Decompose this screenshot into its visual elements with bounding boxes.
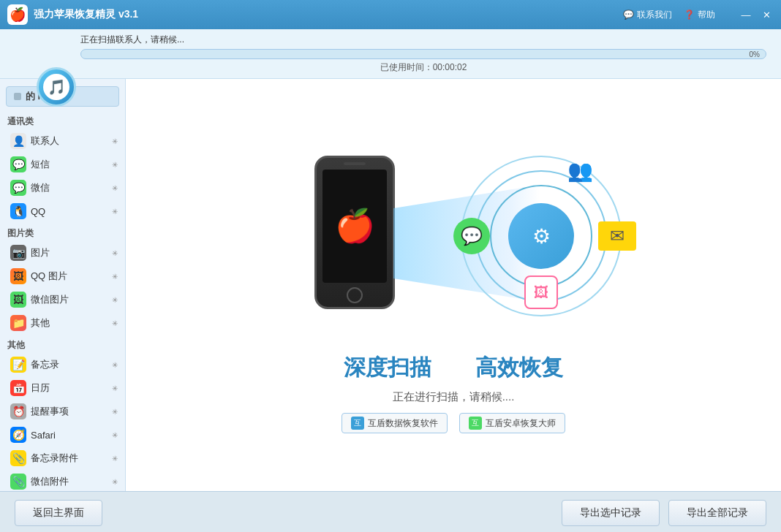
help-button[interactable]: ❓ 帮助 xyxy=(684,9,715,21)
circle-center-icon: ⚙ xyxy=(532,224,551,248)
sidebar-item-label: QQ xyxy=(31,206,107,217)
scan-status-text: 正在扫描联系人，请稍候... xyxy=(80,34,766,46)
sidebar-item-spin: ✳ xyxy=(112,137,118,145)
sidebar-item[interactable]: 👤联系人✳ xyxy=(0,129,125,153)
link1-label: 互盾数据恢复软件 xyxy=(368,417,438,430)
sidebar-item-spin: ✳ xyxy=(112,249,118,257)
sidebar-item-icon: 📎 xyxy=(10,474,26,490)
deep-scan-label: 深度扫描 xyxy=(344,353,431,383)
sidebar-item-label: 其他 xyxy=(31,316,107,330)
sidebar-item[interactable]: 💬微信✳ xyxy=(0,176,125,200)
help-icon: ❓ xyxy=(684,10,695,20)
sidebar-item[interactable]: 🧭Safari✳ xyxy=(0,423,125,446)
window-controls: — ✕ xyxy=(739,7,774,22)
logo-circle: 🎵 xyxy=(37,67,76,107)
sidebar-item-spin: ✳ xyxy=(112,455,118,463)
sidebar-item-icon: 📅 xyxy=(10,380,26,396)
contact-us-label: 联系我们 xyxy=(637,9,672,21)
sidebar-category: 图片类 xyxy=(0,223,125,241)
export-all-button[interactable]: 导出全部记录 xyxy=(668,500,766,526)
sidebar-item-icon: 📎 xyxy=(10,450,26,466)
sidebar-item-spin: ✳ xyxy=(112,384,118,392)
sidebar-item-spin: ✳ xyxy=(112,478,118,486)
sidebar-item[interactable]: 🐧QQ✳ xyxy=(0,200,125,223)
sidebar-item-spin: ✳ xyxy=(112,431,118,439)
wechat-float-icon: 💬 xyxy=(453,218,490,254)
close-button[interactable]: ✕ xyxy=(759,7,774,22)
sidebar-item[interactable]: 💬短信✳ xyxy=(0,153,125,176)
sidebar-item[interactable]: 📷图片✳ xyxy=(0,241,125,265)
sidebar-item-label: 微信附件 xyxy=(31,475,107,488)
title-actions: 💬 联系我们 ❓ 帮助 — ✕ xyxy=(623,7,774,22)
sidebar-item-icon: 👤 xyxy=(10,133,26,149)
mail-float-icon: ✉ xyxy=(598,221,636,251)
bottom-links: 互 互盾数据恢复软件 互 互盾安卓恢复大师 xyxy=(342,413,565,433)
export-selected-button[interactable]: 导出选中记录 xyxy=(562,500,660,526)
sidebar-item[interactable]: 📎备忘录附件✳ xyxy=(0,446,125,470)
title-bar: 🍎 强力苹果恢复精灵 v3.1 💬 联系我们 ❓ 帮助 — ✕ xyxy=(0,0,781,29)
sidebar-item-icon: 📁 xyxy=(10,315,26,331)
sidebar-item[interactable]: 📎微信附件✳ xyxy=(0,470,125,491)
sidebar-item[interactable]: 🖼微信图片✳ xyxy=(0,288,125,311)
sidebar-item-spin: ✳ xyxy=(112,408,118,416)
scanning-status: 正在进行扫描，请稍候.... xyxy=(393,390,515,404)
progress-percent: 0% xyxy=(750,50,760,59)
phone-screen: 🍎 xyxy=(322,170,387,283)
sidebar-item-icon: ⏰ xyxy=(10,403,26,419)
sidebar-category: 通讯类 xyxy=(0,111,125,129)
minimize-button[interactable]: — xyxy=(739,7,753,22)
link2-button[interactable]: 互 互盾安卓恢复大师 xyxy=(459,413,565,433)
sidebar-item-spin: ✳ xyxy=(112,161,118,169)
phone-home-button xyxy=(347,287,363,303)
sidebar-item[interactable]: 📅日历✳ xyxy=(0,376,125,400)
sidebar-item-icon: 🖼 xyxy=(10,268,26,284)
sidebar-item-spin: ✳ xyxy=(112,184,118,192)
logo-inner: 🎵 xyxy=(43,74,69,100)
help-label: 帮助 xyxy=(698,9,715,21)
sidebar-item-icon: 📷 xyxy=(10,245,26,261)
sidebar-item-label: 图片 xyxy=(31,246,107,259)
device-dot xyxy=(14,93,21,100)
efficient-recover-label: 高效恢复 xyxy=(475,353,563,383)
photo-float-icon: 🖼 xyxy=(524,276,558,309)
sidebar-item-spin: ✳ xyxy=(112,273,118,281)
apple-logo: 🍎 xyxy=(335,207,375,245)
link2-label: 互盾安卓恢复大师 xyxy=(486,417,556,430)
phone-shape: 🍎 xyxy=(314,156,395,309)
sidebar-item-spin: ✳ xyxy=(112,319,118,327)
sidebar-item-label: 日历 xyxy=(31,381,107,395)
sidebar-item-label: 备忘录附件 xyxy=(31,452,107,465)
sidebar-item-icon: 🖼 xyxy=(10,292,26,308)
illustration-graphic: 🍎 ⚙ 👥 💬 xyxy=(263,141,644,346)
sidebar-category: 其他 xyxy=(0,335,125,353)
chat-icon: 💬 xyxy=(623,10,634,20)
circle-center: ⚙ xyxy=(508,203,574,269)
sidebar-item-label: Safari xyxy=(31,430,107,441)
progress-bar: 0% xyxy=(80,49,766,59)
main-content: 🍎 ⚙ 👥 💬 xyxy=(126,79,781,491)
sidebar-item[interactable]: 🖼QQ 图片✳ xyxy=(0,265,125,288)
sidebar-item-spin: ✳ xyxy=(112,296,118,304)
scan-title-row: 深度扫描 高效恢复 xyxy=(344,353,563,383)
sidebar-item-icon: 🧭 xyxy=(10,427,26,443)
sidebar-item-icon: 💬 xyxy=(10,180,26,196)
time-used: 已使用时间：00:00:02 xyxy=(80,61,766,74)
sidebar-item-label: 提醒事项 xyxy=(31,405,107,418)
sidebar-item-label: 微信图片 xyxy=(31,293,107,306)
sidebar-item-icon: 📝 xyxy=(10,357,26,373)
sidebar-item[interactable]: 📁其他✳ xyxy=(0,311,125,335)
phone-speaker xyxy=(344,162,366,165)
bottom-bar: 返回主界面 导出选中记录 导出全部记录 xyxy=(0,491,781,532)
sidebar-item-spin: ✳ xyxy=(112,208,118,216)
sidebar-item-label: 短信 xyxy=(31,158,107,171)
link2-icon: 互 xyxy=(469,417,482,430)
contact-us-button[interactable]: 💬 联系我们 xyxy=(623,9,672,21)
tech-circle: ⚙ 👥 💬 ✉ 🖼 xyxy=(461,156,622,316)
progress-area: 🎵 正在扫描联系人，请稍候... 0% 已使用时间：00:00:02 xyxy=(0,29,781,79)
sidebar: 的 iPhone 通讯类👤联系人✳💬短信✳💬微信✳🐧QQ✳图片类📷图片✳🖼QQ … xyxy=(0,79,126,491)
back-button[interactable]: 返回主界面 xyxy=(15,500,102,526)
link1-button[interactable]: 互 互盾数据恢复软件 xyxy=(342,413,448,433)
sidebar-item[interactable]: ⏰提醒事项✳ xyxy=(0,400,125,423)
app-title: 强力苹果恢复精灵 v3.1 xyxy=(34,8,623,21)
sidebar-item[interactable]: 📝备忘录✳ xyxy=(0,353,125,376)
